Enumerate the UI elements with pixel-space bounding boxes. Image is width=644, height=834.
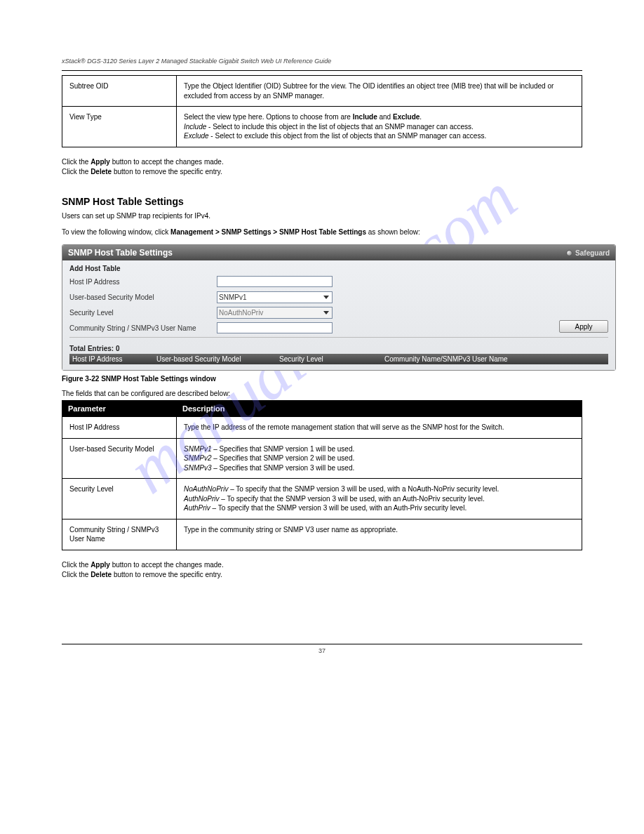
security-model-select[interactable]: SNMPv1 xyxy=(217,291,333,303)
host-ip-input[interactable] xyxy=(217,276,333,287)
table-row: Host IP Address Type the IP address of t… xyxy=(62,417,582,439)
th-parameter: Parameter xyxy=(62,401,177,417)
param-cell: Community String / SNMPv3 User Name xyxy=(62,519,177,550)
select-value: NoAuthNoPriv xyxy=(219,309,263,317)
grid-col-model: User-based Security Model xyxy=(156,355,279,363)
form-row: Security Level NoAuthNoPriv xyxy=(69,305,608,320)
panel-body: Add Host Table Host IP Address User-base… xyxy=(62,260,615,370)
form-row: Host IP Address xyxy=(69,274,608,289)
security-level-label: Security Level xyxy=(69,309,217,317)
safeguard-indicator: Safeguard xyxy=(566,249,610,257)
italic: NoAuthNoPriv xyxy=(184,485,228,493)
text: button to accept the changes made. xyxy=(110,561,224,569)
text: – To specify that the SNMP version 3 wil… xyxy=(228,485,499,493)
desc-cell: Select the view type here. Options to ch… xyxy=(177,107,582,147)
italic: SNMPv3 xyxy=(184,464,211,472)
text: button to remove the specific entry. xyxy=(112,168,222,176)
desc-cell: Type the IP address of the remote manage… xyxy=(177,417,582,439)
param-cell: Security Level xyxy=(62,479,177,519)
bold: Exclude xyxy=(393,113,420,121)
panel-titlebar: SNMP Host Table Settings Safeguard xyxy=(62,245,615,260)
text: Select the view type here. Options to ch… xyxy=(184,113,353,121)
section-p1: Users can set up SNMP trap recipients fo… xyxy=(62,211,582,222)
host-ip-label: Host IP Address xyxy=(69,278,217,286)
chevron-down-icon xyxy=(323,296,329,299)
text: - Select to exclude this object from the… xyxy=(209,132,487,140)
param-cell: User-based Security Model xyxy=(62,438,177,479)
apply-button[interactable]: Apply xyxy=(559,320,608,333)
text: To view the following window, click xyxy=(62,228,170,236)
param-cell: Host IP Address xyxy=(62,417,177,439)
parameter-table-2: Parameter Description Host IP Address Ty… xyxy=(62,400,582,550)
safeguard-icon xyxy=(566,250,572,256)
bold: Apply xyxy=(90,561,110,569)
bold: Apply xyxy=(90,158,110,166)
text: Click the xyxy=(62,168,90,176)
header-rule xyxy=(62,70,582,71)
text: – Specifies that SNMP version 1 will be … xyxy=(211,445,354,453)
grid-col-hostip: Host IP Address xyxy=(72,355,156,363)
navpath: To view the following window, click Mana… xyxy=(62,228,582,236)
desc-cell: SNMPv1 – Specifies that SNMP version 1 w… xyxy=(177,438,582,479)
add-host-heading: Add Host Table xyxy=(69,265,608,272)
text: . xyxy=(420,113,422,121)
italic: AuthNoPriv xyxy=(184,495,220,503)
community-string-input[interactable] xyxy=(217,322,333,333)
param-cell: Subtree OID xyxy=(62,76,177,107)
bold: Include xyxy=(353,113,377,121)
total-entries: Total Entries: 0 xyxy=(69,345,608,352)
post-table-text: Click the Apply button to accept the cha… xyxy=(62,560,582,581)
bold: Delete xyxy=(90,571,112,578)
table-row: View Type Select the view type here. Opt… xyxy=(62,107,582,147)
text: – Specifies that SNMP version 3 will be … xyxy=(211,464,354,472)
screenshot-panel: SNMP Host Table Settings Safeguard Add H… xyxy=(62,244,616,371)
table-row: User-based Security Model SNMPv1 – Speci… xyxy=(62,438,582,479)
community-string-label: Community String / SNMPv3 User Name xyxy=(69,324,217,332)
safeguard-label: Safeguard xyxy=(575,249,610,257)
grid-col-community: Community Name/SNMPv3 User Name xyxy=(384,355,529,363)
table-header-row: Parameter Description xyxy=(62,401,582,417)
text: – To specify that the SNMP version 3 wil… xyxy=(210,504,467,512)
bold: Delete xyxy=(90,168,112,176)
breadcrumb: Management > SNMP Settings > SNMP Host T… xyxy=(170,228,366,236)
post-table-text: Click the Apply button to accept the cha… xyxy=(62,157,582,178)
form-row: User-based Security Model SNMPv1 xyxy=(69,289,608,305)
security-level-select[interactable]: NoAuthNoPriv xyxy=(217,307,333,319)
chevron-down-icon xyxy=(323,311,329,315)
table-description: The fields that can be configured are de… xyxy=(62,390,582,397)
text: Click the xyxy=(62,571,90,578)
grid-col-level: Security Level xyxy=(279,355,384,363)
table-row: Security Level NoAuthNoPriv – To specify… xyxy=(62,479,582,519)
text: as shown below: xyxy=(366,228,420,236)
figure-caption: Figure 3-22 SNMP Host Table Settings win… xyxy=(62,375,582,383)
doc-header-subtitle: xStack® DGS-3120 Series Layer 2 Managed … xyxy=(62,58,582,65)
text: Click the xyxy=(62,158,90,166)
th-description: Description xyxy=(177,401,582,417)
text: button to remove the specific entry. xyxy=(112,571,222,578)
desc-cell: Type the Object Identifier (OID) Subtree… xyxy=(177,76,582,107)
panel-title: SNMP Host Table Settings xyxy=(68,248,173,258)
italic: SNMPv2 xyxy=(184,454,211,462)
italic: Exclude xyxy=(184,132,209,140)
security-model-label: User-based Security Model xyxy=(69,293,217,301)
desc-cell: NoAuthNoPriv – To specify that the SNMP … xyxy=(177,479,582,519)
text: – To specify that the SNMP version 3 wil… xyxy=(220,495,485,503)
grid-header: Host IP Address User-based Security Mode… xyxy=(69,354,608,364)
select-value: SNMPv1 xyxy=(219,293,246,301)
text: - Select to include this object in the l… xyxy=(206,123,474,131)
text: Click the xyxy=(62,561,90,569)
parameter-table-1: Subtree OID Type the Object Identifier (… xyxy=(62,75,582,147)
italic: Include xyxy=(184,123,206,131)
table-row: Community String / SNMPv3 User Name Type… xyxy=(62,519,582,550)
table-row: Subtree OID Type the Object Identifier (… xyxy=(62,76,582,107)
divider xyxy=(69,337,608,338)
text: button to accept the changes made. xyxy=(110,158,224,166)
text: – Specifies that SNMP version 2 will be … xyxy=(211,454,354,462)
text: and xyxy=(377,113,393,121)
italic: AuthPriv xyxy=(184,504,210,512)
italic: SNMPv1 xyxy=(184,445,211,453)
section-title: SNMP Host Table Settings xyxy=(62,196,582,207)
param-cell: View Type xyxy=(62,107,177,147)
page-footer: 37 xyxy=(62,644,582,654)
desc-cell: Type in the community string or SNMP V3 … xyxy=(177,519,582,550)
